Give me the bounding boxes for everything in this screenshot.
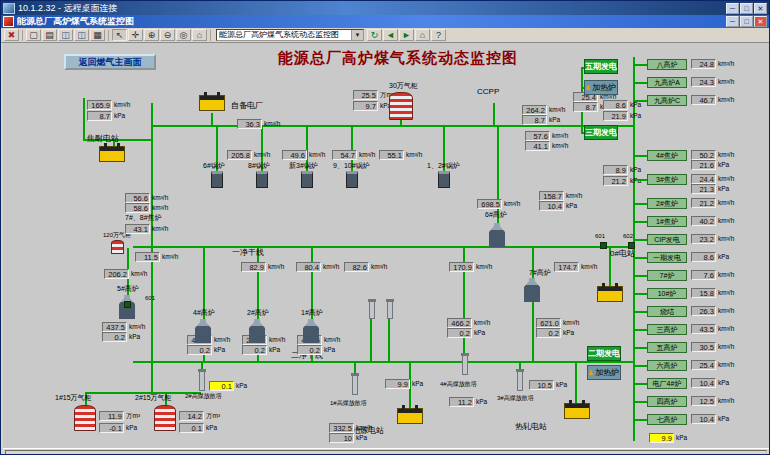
readout: 165.9km³/h <box>87 100 130 110</box>
readout-unit: kPa <box>126 425 137 432</box>
toolbar-left-group: ✖▢▤◫◫▦↖✛⊕⊖◎⌂ <box>4 29 213 41</box>
readout-unit: km³/h <box>152 195 168 202</box>
readout: 7.6km³/h <box>691 270 734 280</box>
readout: 205.8km³/h <box>227 150 270 160</box>
readout: 9.7kPa <box>353 101 391 111</box>
readout-value: 0.2 <box>187 345 212 355</box>
readout-value: 24.4 <box>691 174 716 184</box>
readout-unit: km³/h <box>268 264 284 271</box>
close-view-icon[interactable]: ✖ <box>4 29 19 41</box>
rdp-window-title: 10.1.2.32 - 远程桌面连接 <box>18 4 723 13</box>
station-box[interactable]: 加热炉 <box>587 365 621 380</box>
readout-unit: km³/h <box>162 254 178 261</box>
readout-value: 56.6 <box>125 193 150 203</box>
screen-selector-value: 能源总厂高炉煤气系统动态监控图 <box>217 31 351 39</box>
pipe <box>635 401 647 403</box>
blast-furnace-icon <box>489 223 505 247</box>
equipment-label: 4#高煤放散塔 <box>440 381 477 387</box>
pipe <box>635 100 647 102</box>
readout: 466.2km³/h <box>447 318 490 328</box>
readout-unit: kPa <box>718 416 729 423</box>
readout: 15.8km³/h <box>691 288 734 298</box>
readout-value: 165.9 <box>87 100 112 110</box>
equipment-label: 601 <box>145 295 155 301</box>
app-window-title: 能源总厂高炉煤气系统监控图 <box>17 17 723 26</box>
readout-unit: kPa <box>566 203 577 210</box>
consumer-label: 1#焦炉 <box>647 216 687 227</box>
boiler-icon <box>438 171 450 188</box>
station-box[interactable]: 加热炉 <box>584 80 618 95</box>
toolbar-separator <box>22 30 23 41</box>
home-icon[interactable]: ⌂ <box>192 29 207 41</box>
station-box[interactable]: 二期发电 <box>587 346 621 361</box>
pan-icon[interactable]: ✛ <box>128 29 143 41</box>
readout: 8.7kPa <box>522 115 560 125</box>
back-to-gas-main-button[interactable]: 返回燃气主画面 <box>64 54 156 70</box>
equipment-label: 1#高炉 <box>301 309 323 316</box>
app-titlebar[interactable]: 能源总厂高炉煤气系统监控图 ─□✕ <box>1 15 769 28</box>
print-icon[interactable]: ▦ <box>90 29 105 41</box>
pipe <box>493 103 495 126</box>
app-maximize-button[interactable]: □ <box>740 16 753 27</box>
window-maximize-button[interactable]: □ <box>740 3 753 14</box>
window-minimize-button[interactable]: ─ <box>726 3 739 14</box>
gas-holder-icon <box>154 405 176 431</box>
readout: 43.1km³/h <box>125 224 168 234</box>
rdp-titlebar[interactable]: 10.1.2.32 - 远程桌面连接 ─□✕ <box>1 1 769 15</box>
readout: 698.5km³/h <box>477 199 520 209</box>
readout: 8.9kPa <box>603 165 641 175</box>
combobox-dropdown-icon[interactable]: ▼ <box>351 30 363 40</box>
readout: -0.1kPa <box>99 423 137 433</box>
equipment-label: 6#锅炉 <box>203 162 225 169</box>
app-minimize-button[interactable]: ─ <box>726 16 739 27</box>
readout: 174.7km³/h <box>554 262 597 272</box>
readout-value: 8.6 <box>691 252 716 262</box>
zoom-fit-icon[interactable]: ◎ <box>176 29 191 41</box>
screen-selector-combobox[interactable]: 能源总厂高炉煤气系统动态监控图 ▼ <box>216 29 364 41</box>
window-close-button[interactable]: ✕ <box>754 3 767 14</box>
zoom-out-icon[interactable]: ⊖ <box>160 29 175 41</box>
readout: 264.2km³/h <box>522 105 565 115</box>
readout-unit: km³/h <box>718 176 734 183</box>
readout: 82.6km³/h <box>344 262 387 272</box>
readout: 206.2km³/h <box>104 269 147 279</box>
readout-value: 170.9 <box>449 262 474 272</box>
readout-unit: kPa <box>676 435 687 442</box>
readout-value: 206.2 <box>104 269 129 279</box>
rdp-window: 10.1.2.32 - 远程桌面连接 ─□✕ 能源总厂高炉煤气系统监控图 ─□✕… <box>0 0 770 455</box>
app-close-button[interactable]: ✕ <box>754 16 767 27</box>
readout: 50.2km³/h <box>691 150 734 160</box>
transformer-icon <box>564 403 590 419</box>
readout-value: 24.3 <box>691 77 716 87</box>
forward-icon[interactable]: ► <box>399 29 414 41</box>
transformer-icon <box>199 95 225 111</box>
refresh-icon[interactable]: ↻ <box>367 29 382 41</box>
readout-value: 0.2 <box>447 328 472 338</box>
help-icon[interactable]: ? <box>431 29 446 41</box>
pipe <box>151 103 153 393</box>
consumer-label: 7#炉 <box>647 270 687 281</box>
readout: 8.6kPa <box>691 252 729 262</box>
station-box[interactable]: 五期发电 <box>584 59 618 74</box>
flare-stack-icon <box>352 375 358 395</box>
readout: 10.4kPa <box>539 201 577 211</box>
equipment-label: 602 <box>623 233 633 239</box>
consumer-label: 九高炉A <box>647 77 687 88</box>
save-all-icon[interactable]: ◫ <box>74 29 89 41</box>
readout: 54.7km³/h <box>332 150 375 160</box>
readout-unit: kPa <box>630 102 641 109</box>
equipment-label: 自备电厂 <box>231 102 263 110</box>
readout-unit: km³/h <box>718 218 734 225</box>
readout-unit: km³/h <box>718 200 734 207</box>
zoom-in-icon[interactable]: ⊕ <box>144 29 159 41</box>
home2-icon[interactable]: ⌂ <box>415 29 430 41</box>
readout: 11.2kPa <box>449 397 487 407</box>
back-icon[interactable]: ◄ <box>383 29 398 41</box>
flare-stack-icon <box>369 301 375 319</box>
new-icon[interactable]: ▢ <box>26 29 41 41</box>
valve-icon <box>628 242 635 249</box>
station-box[interactable]: 三期发电 <box>584 125 618 140</box>
select-cursor-icon[interactable]: ↖ <box>112 29 127 41</box>
save-icon[interactable]: ◫ <box>58 29 73 41</box>
open-icon[interactable]: ▤ <box>42 29 57 41</box>
